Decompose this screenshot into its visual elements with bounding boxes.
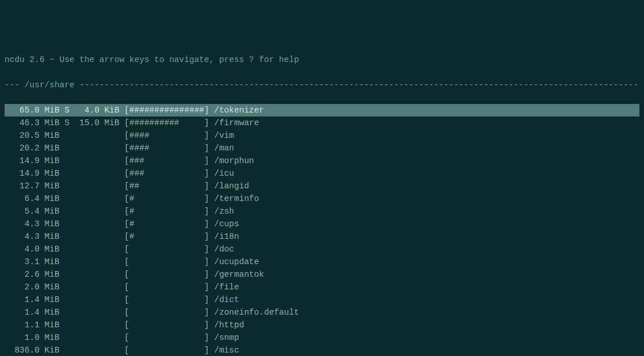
list-item[interactable]: 12.7 MiB [## ] /langid [0,180,644,192]
list-item[interactable]: 14.9 MiB [### ] /morphun [0,154,644,167]
list-item[interactable]: 1.4 MiB [ ] /zoneinfo.default [0,306,644,319]
list-item[interactable]: 46.3 MiB S 15.0 MiB [########## ] /firmw… [0,117,644,129]
list-item[interactable]: 836.0 KiB [ ] /misc [0,344,644,356]
list-item[interactable]: 20.2 MiB [#### ] /man [0,142,644,154]
list-item[interactable]: 4.0 MiB [ ] /doc [0,243,644,256]
list-item[interactable]: 14.9 MiB [### ] /icu [0,167,644,180]
list-item[interactable]: 65.0 MiB S 4.0 KiB [###############] /to… [5,104,639,117]
list-item[interactable]: 1.0 MiB [ ] /snmp [0,331,644,344]
list-item[interactable]: 4.3 MiB [# ] /i18n [0,230,644,243]
list-item[interactable]: 4.3 MiB [# ] /cups [0,218,644,230]
list-item[interactable]: 1.1 MiB [ ] /httpd [0,319,644,331]
app-header: ncdu 2.6 ~ Use the arrow keys to navigat… [0,53,644,66]
list-item[interactable]: 2.6 MiB [ ] /germantok [0,268,644,281]
list-item[interactable]: 2.0 MiB [ ] /file [0,281,644,293]
file-list[interactable]: 65.0 MiB S 4.0 KiB [###############] /to… [0,104,644,356]
list-item[interactable]: 20.5 MiB [#### ] /vim [0,129,644,142]
breadcrumb-suffix: ----------------------------------------… [75,80,638,90]
breadcrumb-prefix: --- [5,80,25,90]
list-item[interactable]: 5.4 MiB [# ] /zsh [0,205,644,218]
list-item[interactable]: 3.1 MiB [ ] /ucupdate [0,256,644,268]
breadcrumb: --- /usr/share -------------------------… [0,79,644,91]
breadcrumb-path: /usr/share [25,80,75,90]
list-item[interactable]: 1.4 MiB [ ] /dict [0,293,644,306]
list-item[interactable]: 6.4 MiB [# ] /terminfo [0,192,644,205]
